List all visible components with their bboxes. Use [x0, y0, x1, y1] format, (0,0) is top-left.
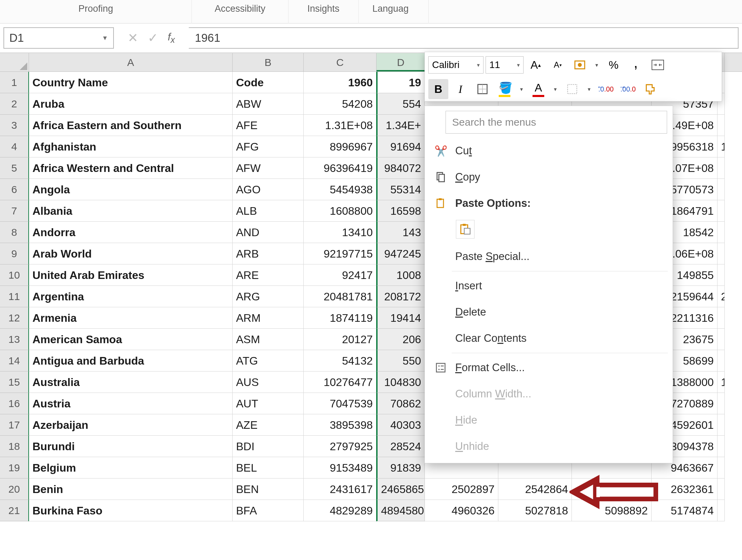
menu-item-column-width[interactable]: Column Width... — [425, 381, 673, 407]
cell[interactable]: 40303 — [376, 414, 425, 436]
cell[interactable]: Austria — [29, 393, 233, 414]
fill-color-icon[interactable]: 🪣 — [495, 79, 515, 99]
cell[interactable]: 1 — [717, 136, 725, 157]
fill-color-dropdown[interactable]: ▾ — [517, 79, 526, 99]
cell[interactable] — [717, 393, 725, 414]
cell[interactable]: ARM — [233, 307, 304, 329]
cell[interactable]: 1 — [717, 371, 725, 393]
decrease-font-icon[interactable]: A▾ — [548, 55, 568, 75]
cell[interactable]: ABW — [233, 93, 304, 115]
cell[interactable]: 1.34E+ — [376, 115, 425, 136]
decrease-decimal-icon[interactable]: .00.0→ — [618, 79, 638, 99]
cell[interactable]: AFW — [233, 157, 304, 179]
row-header[interactable]: 16 — [0, 393, 29, 414]
cell[interactable] — [717, 264, 725, 286]
cell[interactable]: 947245 — [376, 243, 425, 264]
cell[interactable]: 2797925 — [304, 436, 377, 457]
cell[interactable]: 8996967 — [304, 136, 377, 157]
cell[interactable]: AZE — [233, 414, 304, 436]
cell[interactable] — [717, 243, 725, 264]
cell[interactable]: 9153489 — [304, 457, 377, 479]
cell[interactable]: Burundi — [29, 436, 233, 457]
row-header[interactable]: 15 — [0, 371, 29, 393]
cell[interactable]: 4894580 — [376, 500, 425, 521]
menu-item-clear-contents[interactable]: Clear Contents — [425, 325, 673, 351]
font-color-dropdown[interactable]: ▾ — [550, 79, 560, 99]
row-header[interactable]: 21 — [0, 500, 29, 521]
percent-format-icon[interactable]: % — [604, 55, 624, 75]
col-header-C[interactable]: C — [304, 53, 377, 71]
cell[interactable]: 91694 — [376, 136, 425, 157]
font-color-icon[interactable]: A — [528, 79, 548, 99]
row-header[interactable]: 9 — [0, 243, 29, 264]
cell[interactable]: 1960 — [304, 72, 377, 93]
menu-item-format-cells[interactable]: Format Cells... — [425, 355, 673, 381]
cell[interactable]: 5027818 — [498, 500, 572, 521]
cell[interactable]: 984072 — [376, 157, 425, 179]
cell[interactable]: 13410 — [304, 222, 377, 243]
cell[interactable]: Belgium — [29, 457, 233, 479]
row-header[interactable]: 20 — [0, 479, 29, 500]
cell[interactable]: 19414 — [376, 307, 425, 329]
row-header[interactable]: 2 — [0, 93, 29, 115]
cell[interactable]: 5454938 — [304, 179, 377, 200]
cell[interactable]: AFG — [233, 136, 304, 157]
cell[interactable]: 10276477 — [304, 371, 377, 393]
cell[interactable]: Argentina — [29, 286, 233, 307]
menu-item-copy[interactable]: Copy — [425, 164, 673, 190]
cell[interactable]: American Samoa — [29, 329, 233, 350]
cell[interactable]: Azerbaijan — [29, 414, 233, 436]
row-header[interactable]: 11 — [0, 286, 29, 307]
cell[interactable] — [717, 479, 725, 500]
cell[interactable]: 2502897 — [425, 479, 498, 500]
cell[interactable]: Aruba — [29, 93, 233, 115]
font-selector[interactable]: Calibri▾ — [428, 56, 484, 74]
cell[interactable]: ARG — [233, 286, 304, 307]
menu-item-insert[interactable]: Insert — [425, 273, 673, 299]
menu-item-delete[interactable]: Delete — [425, 299, 673, 325]
paste-default-icon[interactable] — [456, 220, 475, 239]
cell[interactable] — [717, 329, 725, 350]
cell[interactable]: 92197715 — [304, 243, 377, 264]
border-style-dropdown[interactable]: ▾ — [584, 79, 594, 99]
cell[interactable]: AGO — [233, 179, 304, 200]
cell[interactable]: 550 — [376, 350, 425, 371]
cell[interactable] — [717, 115, 725, 136]
col-header-D[interactable]: D — [377, 53, 425, 71]
cell[interactable]: 5174874 — [652, 500, 717, 521]
row-header[interactable]: 6 — [0, 179, 29, 200]
cell[interactable]: 104830 — [376, 371, 425, 393]
cell[interactable]: ARB — [233, 243, 304, 264]
cell[interactable] — [717, 457, 725, 479]
cell[interactable]: AUS — [233, 371, 304, 393]
cell[interactable]: 206 — [376, 329, 425, 350]
increase-font-icon[interactable]: A▴ — [526, 55, 546, 75]
select-all-corner[interactable] — [0, 53, 29, 71]
cell[interactable] — [717, 307, 725, 329]
cell[interactable]: Benin — [29, 479, 233, 500]
cell[interactable] — [717, 500, 725, 521]
cell[interactable]: 28524 — [376, 436, 425, 457]
fx-icon[interactable]: fx — [168, 31, 175, 45]
cell[interactable]: 208172 — [376, 286, 425, 307]
italic-button[interactable]: I — [450, 79, 470, 99]
cell[interactable] — [717, 350, 725, 371]
ribbon-label-insights[interactable]: Insights — [289, 0, 359, 23]
row-header[interactable]: 1 — [0, 72, 29, 93]
ribbon-label-proofing[interactable]: Proofing — [0, 0, 192, 23]
cell[interactable]: Africa Eastern and Southern — [29, 115, 233, 136]
cell[interactable]: 96396419 — [304, 157, 377, 179]
row-header[interactable]: 4 — [0, 136, 29, 157]
cell[interactable]: 1.31E+08 — [304, 115, 377, 136]
cell[interactable]: Afghanistan — [29, 136, 233, 157]
cancel-icon[interactable]: ✕ — [128, 31, 138, 45]
cell[interactable]: 5098892 — [572, 500, 652, 521]
row-header[interactable]: 17 — [0, 414, 29, 436]
row-header[interactable]: 3 — [0, 115, 29, 136]
enter-icon[interactable]: ✓ — [148, 31, 158, 45]
cell[interactable]: 16598 — [376, 200, 425, 222]
cell[interactable]: Country Name — [29, 72, 233, 93]
borders-icon[interactable] — [472, 79, 492, 99]
cell[interactable]: AUT — [233, 393, 304, 414]
menu-item-cut[interactable]: ✂️ Cut — [425, 138, 673, 164]
